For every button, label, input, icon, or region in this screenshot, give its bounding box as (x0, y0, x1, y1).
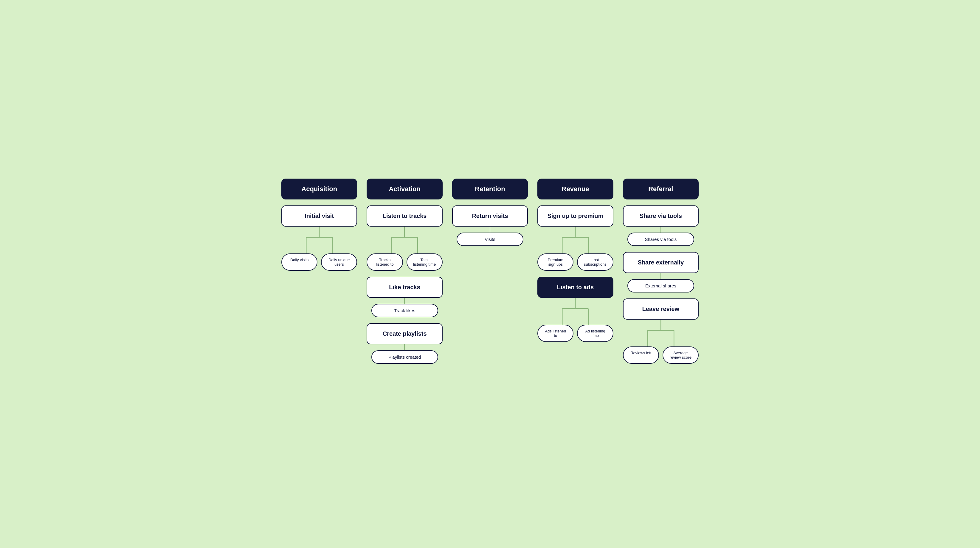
metric-revenue-0-1: Lost subscriptions (577, 253, 613, 271)
metric-activation-1-0: Track likes (371, 304, 438, 317)
group-revenue-0: Sign up to premiumPremium sign upsLost s… (538, 206, 613, 271)
connector-svg-activation-0 (367, 226, 442, 253)
action-retention-0: Return visits (452, 206, 528, 226)
header-activation: Activation (367, 178, 442, 199)
action-referral-0: Share via tools (623, 206, 698, 226)
diagram: AcquisitionInitial visitDaily visitsDail… (282, 178, 698, 370)
action-referral-1: Share externally (623, 252, 698, 273)
header-acquisition: Acquisition (282, 178, 357, 199)
metric-revenue-0-0: Premium sign ups (538, 253, 573, 271)
column-referral: ReferralShare via toolsShares via toolsS… (623, 178, 698, 370)
action-activation-2: Create playlists (367, 323, 442, 344)
group-acquisition-0: Initial visitDaily visitsDaily unique us… (282, 206, 357, 271)
group-referral-2: Leave reviewReviews leftAverage review s… (623, 298, 698, 364)
group-activation-2: Create playlistsPlaylists created (367, 323, 442, 364)
group-revenue-1: Listen to adsAds listened toAd listening… (538, 277, 613, 342)
action-revenue-1: Listen to ads (538, 277, 613, 298)
connector-svg-revenue-1 (538, 298, 613, 325)
metrics-row-revenue-0: Premium sign upsLost subscriptions (538, 253, 613, 271)
action-activation-0: Listen to tracks (367, 206, 442, 226)
action-acquisition-0: Initial visit (282, 206, 357, 226)
metric-activation-0-0: Tracks listened to (367, 253, 402, 271)
metrics-row-activation-0: Tracks listened toTotal listening time (367, 253, 442, 271)
action-activation-1: Like tracks (367, 277, 442, 298)
column-activation: ActivationListen to tracksTracks listene… (367, 178, 442, 370)
metric-referral-1-0: External shares (627, 279, 694, 293)
action-referral-2: Leave review (623, 298, 698, 320)
metrics-row-acquisition-0: Daily visitsDaily unique users (282, 253, 357, 271)
header-referral: Referral (623, 178, 698, 199)
connector-svg-revenue-0 (538, 226, 613, 253)
group-referral-0: Share via toolsShares via tools (623, 206, 698, 246)
metric-referral-0-0: Shares via tools (627, 233, 694, 246)
metrics-row-referral-2: Reviews leftAverage review score (623, 346, 698, 364)
column-revenue: RevenueSign up to premiumPremium sign up… (538, 178, 613, 348)
metric-revenue-1-0: Ads listened to (538, 325, 573, 342)
connector-svg-referral-2 (623, 320, 698, 346)
group-referral-1: Share externallyExternal shares (623, 252, 698, 293)
metric-activation-0-1: Total listening time (407, 253, 442, 271)
group-retention-0: Return visitsVisits (452, 206, 528, 246)
metric-acquisition-0-1: Daily unique users (321, 253, 357, 271)
group-activation-1: Like tracksTrack likes (367, 277, 442, 317)
metric-acquisition-0-0: Daily visits (282, 253, 317, 271)
metric-referral-2-1: Average review score (663, 346, 698, 364)
header-revenue: Revenue (538, 178, 613, 199)
group-activation-0: Listen to tracksTracks listened toTotal … (367, 206, 442, 271)
column-retention: RetentionReturn visitsVisits (452, 178, 528, 252)
metric-activation-2-0: Playlists created (371, 350, 438, 364)
header-retention: Retention (452, 178, 528, 199)
connector-svg-acquisition-0 (282, 226, 357, 253)
action-revenue-0: Sign up to premium (538, 206, 613, 226)
metric-retention-0-0: Visits (457, 233, 523, 246)
metric-referral-2-0: Reviews left (623, 346, 659, 364)
metrics-row-revenue-1: Ads listened toAd listening time (538, 325, 613, 342)
column-acquisition: AcquisitionInitial visitDaily visitsDail… (282, 178, 357, 277)
metric-revenue-1-1: Ad listening time (577, 325, 613, 342)
